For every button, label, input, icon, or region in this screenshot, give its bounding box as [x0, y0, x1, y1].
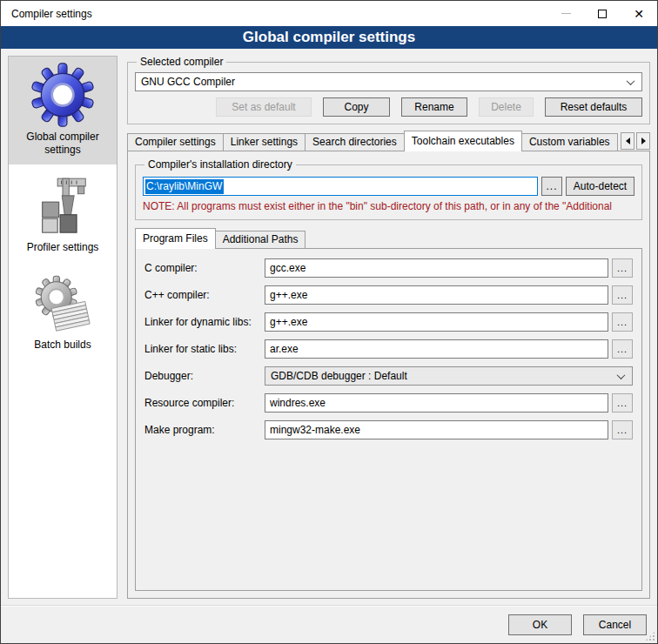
triangle-left-icon [626, 138, 630, 144]
installation-directory-browse-button[interactable]: ... [541, 177, 562, 196]
chevron-down-icon [617, 371, 626, 379]
subtab-additional-paths[interactable]: Additional Paths [215, 231, 306, 249]
field-row-make-program: Make program: ... [144, 420, 633, 439]
ok-button[interactable]: OK [508, 614, 572, 635]
caliper-icon [32, 177, 93, 238]
sidebar-item-label: Global compiler settings [12, 131, 113, 157]
copy-button[interactable]: Copy [323, 97, 390, 117]
selected-compiler-group: Selected compiler GNU GCC Compiler Set a… [127, 56, 650, 124]
tab-scroll-area: Compiler settings Linker settings Search… [127, 131, 618, 151]
sidebar-item-label: Batch builds [34, 339, 91, 352]
minimize-icon [561, 13, 571, 14]
installation-directory-group-label: Compiler's installation directory [144, 158, 296, 171]
installation-directory-selected-text: C:\raylib\MinGW [145, 179, 224, 194]
tab-compiler-settings[interactable]: Compiler settings [127, 133, 224, 151]
cpp-compiler-browse-button[interactable]: ... [612, 285, 633, 305]
tab-search-directories[interactable]: Search directories [305, 133, 405, 151]
field-label: Resource compiler: [144, 397, 265, 409]
field-label: Make program: [144, 424, 265, 436]
bin-subdirectory-note: NOTE: All programs must exist either in … [143, 200, 634, 212]
compiler-actions-row: Set as default Copy Rename Delete Reset … [135, 97, 642, 117]
reset-defaults-button[interactable]: Reset defaults [545, 97, 642, 117]
field-row-dynamic-linker: Linker for dynamic libs: ... [144, 312, 633, 332]
resource-compiler-browse-button[interactable]: ... [612, 393, 633, 413]
tab-custom-variables[interactable]: Custom variables [521, 133, 618, 151]
field-row-c-compiler: C compiler: ... [144, 258, 633, 278]
resource-compiler-input[interactable] [265, 393, 608, 413]
tab-toolchain-executables[interactable]: Toolchain executables [404, 131, 522, 151]
gray-gear-stack-icon [32, 274, 93, 335]
field-label: Linker for dynamic libs: [144, 316, 265, 328]
page-title: Global compiler settings [1, 26, 657, 49]
main-panel: Selected compiler GNU GCC Compiler Set a… [127, 56, 650, 599]
set-as-default-button[interactable]: Set as default [216, 97, 312, 117]
static-linker-input[interactable] [265, 339, 608, 359]
debugger-value: GDB/CDB debugger : Default [271, 370, 407, 382]
settings-tab-strip: Compiler settings Linker settings Search… [127, 131, 650, 151]
program-files-tab-strip: Program Files Additional Paths [135, 229, 642, 249]
make-program-input[interactable] [265, 420, 608, 439]
chevron-down-icon [627, 77, 635, 85]
maximize-button[interactable] [584, 1, 621, 26]
compiler-settings-dialog: Compiler settings ✕ Global compiler sett… [0, 0, 658, 644]
sidebar-item-batch-builds[interactable]: Batch builds [9, 268, 117, 359]
triangle-right-icon [641, 138, 646, 144]
subtab-program-files[interactable]: Program Files [135, 228, 216, 249]
window-controls: ✕ [547, 1, 657, 26]
settings-category-sidebar: Global compiler settings P [8, 56, 118, 599]
selected-compiler-value: GNU GCC Compiler [141, 76, 235, 88]
dynamic-linker-browse-button[interactable]: ... [612, 312, 633, 332]
tab-build-options[interactable]: Build options [617, 133, 618, 151]
static-linker-browse-button[interactable]: ... [612, 339, 633, 359]
debugger-select[interactable]: GDB/CDB debugger : Default [265, 366, 633, 386]
selected-compiler-group-label: Selected compiler [137, 56, 226, 68]
field-label: Debugger: [144, 370, 265, 382]
blue-gear-icon [30, 63, 95, 127]
sidebar-item-profiler-settings[interactable]: Profiler settings [9, 171, 117, 262]
close-icon: ✕ [634, 8, 644, 20]
dynamic-linker-input[interactable] [265, 312, 608, 332]
window-title: Compiler settings [1, 8, 92, 20]
tab-scroll-right-button[interactable] [636, 132, 650, 150]
installation-directory-input[interactable]: C:\raylib\MinGW [143, 177, 538, 196]
tab-scroll-buttons [621, 132, 650, 150]
field-label: C compiler: [144, 262, 265, 274]
delete-button[interactable]: Delete [479, 97, 534, 117]
sidebar-item-global-compiler-settings[interactable]: Global compiler settings [9, 57, 117, 164]
program-files-panel: C compiler: ... C++ compiler: ... Linker… [135, 248, 642, 591]
close-button[interactable]: ✕ [621, 1, 657, 26]
field-label: C++ compiler: [144, 289, 265, 301]
field-row-cpp-compiler: C++ compiler: ... [144, 285, 633, 305]
c-compiler-browse-button[interactable]: ... [612, 258, 633, 278]
sidebar-item-label: Profiler settings [27, 241, 99, 254]
field-row-debugger: Debugger: GDB/CDB debugger : Default [144, 366, 633, 386]
installation-directory-group: Compiler's installation directory C:\ray… [135, 158, 642, 220]
rename-button[interactable]: Rename [401, 97, 467, 117]
dialog-footer: OK Cancel [1, 605, 657, 643]
make-program-browse-button[interactable]: ... [612, 420, 633, 439]
tab-scroll-left-button[interactable] [621, 132, 634, 150]
selected-compiler-select[interactable]: GNU GCC Compiler [135, 72, 642, 91]
tab-linker-settings[interactable]: Linker settings [223, 133, 306, 151]
c-compiler-input[interactable] [265, 258, 608, 278]
field-row-static-linker: Linker for static libs: ... [144, 339, 633, 359]
auto-detect-button[interactable]: Auto-detect [566, 177, 634, 196]
toolchain-executables-panel: Compiler's installation directory C:\ray… [127, 151, 650, 599]
minimize-button[interactable] [547, 1, 584, 26]
maximize-icon [598, 10, 607, 18]
field-label: Linker for static libs: [144, 343, 265, 355]
title-bar: Compiler settings ✕ [1, 1, 657, 26]
cpp-compiler-input[interactable] [265, 285, 608, 305]
installation-directory-row: C:\raylib\MinGW ... Auto-detect [143, 177, 634, 196]
dialog-body: Global compiler settings P [1, 49, 657, 605]
field-row-resource-compiler: Resource compiler: ... [144, 393, 633, 413]
cancel-button[interactable]: Cancel [583, 614, 647, 635]
